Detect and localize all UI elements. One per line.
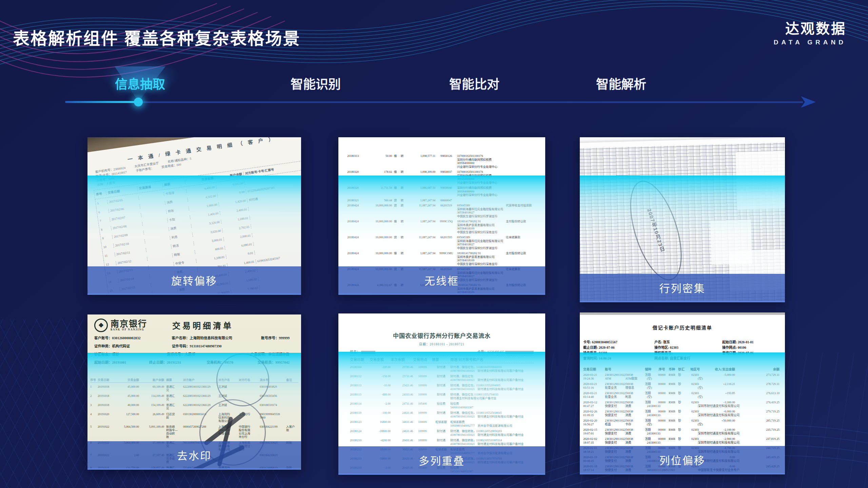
table-row: 2020-03-12 2303012901102256938 活期 00000 … bbox=[583, 401, 782, 408]
cell-amount: -2,100.00 bbox=[704, 428, 735, 432]
tab-intelligent-recognition[interactable]: 智能识别 bbox=[291, 74, 341, 93]
cell-type: 活期 bbox=[645, 419, 655, 423]
cell-counterparty: 深圳分行横向联网预扣税费 309584000000 兴业银行深圳分行专业处理中心 bbox=[457, 186, 506, 197]
cell-balance: 29789.46 bbox=[391, 365, 413, 372]
cell-date: 2020-03-12 bbox=[583, 401, 605, 404]
cell-debit-credit: 借 bbox=[392, 154, 399, 168]
timeline-active-dot[interactable] bbox=[134, 98, 143, 106]
cell-date: 20180210 bbox=[350, 439, 370, 446]
cell: 6 bbox=[97, 209, 109, 215]
field: 终止日期：20191231 bbox=[149, 359, 202, 367]
cell-account: 2303012901102256938 bbox=[605, 391, 645, 395]
table-row: 20180113 -888.00 24333.46 109999 财付通 财付通… bbox=[350, 393, 534, 400]
card-caption-bar: 去水印 bbox=[87, 441, 301, 470]
cell-amount: +2,116.21 bbox=[704, 382, 735, 386]
cell-balance: 279,719.25 bbox=[735, 410, 782, 413]
row-line-1: 2020-03-12 2303012901102256938 活期 00000 … bbox=[583, 401, 782, 404]
name-field: 姓名： bbox=[350, 349, 375, 354]
cell-date: 20180321 bbox=[347, 199, 365, 202]
table-row: 20180320 11,711.59 借 转 1,086,687.50 9983… bbox=[347, 186, 541, 197]
tab-intelligent-parsing[interactable]: 智能解析 bbox=[596, 74, 646, 93]
cell: 45,000.00 bbox=[117, 394, 139, 401]
round-stamp-seal bbox=[216, 353, 269, 406]
cell-place: 105400 bbox=[413, 402, 432, 409]
cell-summary: 利息 bbox=[625, 395, 647, 399]
document-date-range: 日期：20180101 - 20180721 bbox=[338, 342, 545, 346]
cell-amount: +193.85 bbox=[704, 391, 735, 395]
col-header: 对方账户 bbox=[182, 378, 218, 382]
cell-account: 2303012901102256938 bbox=[605, 401, 645, 404]
cell-place: 109999 bbox=[413, 393, 432, 400]
bank-name-en: BANK OF NANJING bbox=[111, 328, 147, 331]
cell-summary: 财付通 bbox=[432, 439, 450, 446]
cell-amount: -5,000.00 bbox=[704, 373, 735, 377]
cell-amount: -6,000.00 bbox=[704, 410, 735, 413]
col-header: 收入/支出金额 bbox=[704, 367, 735, 371]
cell-cash-flag: 钞 bbox=[678, 419, 686, 423]
cell: 利息 bbox=[170, 233, 193, 240]
row-line-2: 01:09:35 快捷支付 消费 243300133 深圳市财付通支付科技有限公… bbox=[583, 413, 782, 417]
cell: 11 bbox=[103, 252, 115, 258]
cell: 入客户 账 bbox=[286, 425, 298, 439]
cell-region: 02303 bbox=[686, 391, 704, 395]
table-row: 20180123 16800.00 34631.46 100009 柜销差额 柜… bbox=[350, 420, 534, 427]
cell-type: 活期 bbox=[645, 391, 655, 395]
cell-currency: RMB bbox=[669, 410, 678, 413]
cell-type: 活期 bbox=[645, 428, 655, 432]
card-caption-bar: 旋转偏移 bbox=[87, 266, 301, 295]
tab-intelligent-comparison[interactable]: 智能比对 bbox=[449, 74, 499, 93]
cell-seq: 00000 bbox=[655, 419, 669, 423]
cell-debit-credit: 贷 bbox=[392, 199, 399, 202]
cell-note bbox=[506, 154, 541, 168]
cell-amount: -18800.00 bbox=[370, 429, 391, 436]
cell-amount: -10.00 bbox=[370, 384, 391, 391]
cell-date: 20180424 bbox=[347, 204, 365, 218]
cell bbox=[139, 192, 164, 200]
cell-currency: RMB bbox=[669, 391, 678, 395]
cell-serial: 66201595 bbox=[435, 236, 457, 250]
document-fields: 客户账号：0301260000002832 客户名称：上海则钧信息科技有限公司 … bbox=[94, 334, 294, 367]
timeline-arrow-icon bbox=[800, 96, 816, 108]
name-label: 姓名： bbox=[350, 350, 360, 354]
cell: 中贷令 bbox=[174, 259, 197, 266]
cell: 20191018 bbox=[98, 394, 117, 401]
col-header: 摘要 bbox=[162, 180, 185, 187]
cell: 6222081001021366129 bbox=[182, 385, 218, 392]
table-row: 20180119 -100.00 24631.46 109999 财付通 财付通… bbox=[350, 411, 534, 418]
cell-balance: 276,419.25 bbox=[735, 401, 782, 404]
cell-counterparty-name: (空) bbox=[698, 377, 782, 381]
field-row: 客户账号：0301260000002832 客户名称：上海则钧信息科技有限公司 … bbox=[94, 334, 294, 342]
tab-information-extraction[interactable]: 信息抽取 bbox=[115, 74, 165, 93]
cell-counterparty: 33700016350110017S 深圳分行横向联网预扣税费 30958400… bbox=[457, 154, 506, 168]
cell-counterparty-account: 243300133 bbox=[647, 441, 698, 445]
cell-counterparty: 18100141700202 91 深圳市奥庐贸易发展有限公司 30558401… bbox=[457, 251, 506, 266]
cell: 20191020 bbox=[98, 412, 117, 423]
table-row: 3 20191018 40,000.00 154,109.49 普通汇 兑 62… bbox=[90, 403, 298, 410]
cell-balance: 273,729.31 bbox=[735, 373, 782, 377]
table-row: 20180113 -10.00 25421.46 109999 财付通 财付通、… bbox=[350, 384, 534, 391]
cell-place: 109999 bbox=[413, 365, 432, 372]
cell-time: 16:56:27 bbox=[583, 423, 605, 426]
cell: 消费 bbox=[165, 198, 188, 205]
row-line-2: 03:51:16 批量业务 增值息 (空) (空) bbox=[583, 386, 782, 390]
cell-balance: 285,719.25 bbox=[735, 419, 782, 423]
row-line-2: 18:07:35 快捷支付 消费 243300133 深圳市财付通支付科技有限公… bbox=[583, 441, 782, 445]
timeline-progress-segment bbox=[65, 101, 138, 103]
cell-type: 转 bbox=[399, 170, 406, 184]
field: 证件种类：机构代码证 bbox=[94, 342, 167, 350]
document-fields: 卡号: 620003040055567 截止日期: 2020-07-06 操作柜… bbox=[583, 340, 782, 361]
col-header: 交易金额 bbox=[370, 357, 391, 362]
field: 客户账号：0301260000002832 bbox=[94, 334, 167, 342]
cell-debit-credit: 贷 bbox=[392, 204, 399, 218]
logo-glyph: ❖ bbox=[98, 322, 104, 329]
table-row: 2020-02-20 2303012901102256938 活期 00000 … bbox=[583, 419, 782, 426]
cell-amount: -100.00 bbox=[370, 411, 391, 418]
page-title: 表格解析组件 覆盖各种复杂表格场景 bbox=[13, 25, 301, 49]
cell-seq: 00000 bbox=[655, 428, 669, 432]
cell-type: 转 bbox=[399, 154, 406, 168]
table-row: 20180114 -2.00 24731.46 105400 短信费 短信费 5… bbox=[350, 402, 534, 409]
cell-seq: 00000 bbox=[655, 391, 669, 395]
cell-date: 20180424 bbox=[347, 236, 365, 250]
cell-date: 2020-02-02 bbox=[583, 437, 605, 441]
cell-summary: 财付通 bbox=[432, 429, 450, 436]
